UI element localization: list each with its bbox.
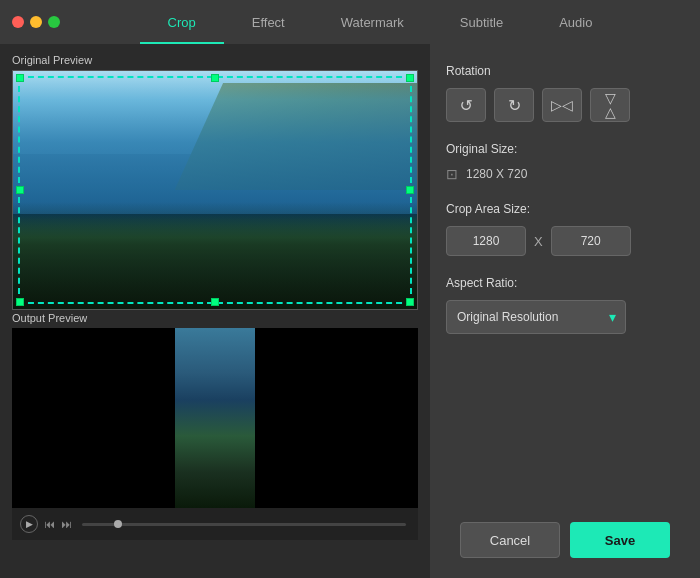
size-icon: ⊡ (446, 166, 458, 182)
original-size-section: Original Size: ⊡ 1280 X 720 (446, 142, 684, 182)
play-button[interactable]: ▶ (20, 515, 38, 533)
waves (13, 71, 417, 214)
bottom-buttons: Cancel Save (446, 522, 684, 558)
aspect-ratio-select[interactable]: Original Resolution 16:9 4:3 1:1 9:16 (446, 300, 626, 334)
rotate-ccw-button[interactable]: ↻ (446, 88, 486, 122)
original-size-value: 1280 X 720 (466, 167, 527, 181)
right-panel: Rotation ↻ ↻ ▷◁ ▽△ Original Size: ⊡ (430, 44, 700, 578)
aspect-ratio-wrapper: Original Resolution 16:9 4:3 1:1 9:16 ▾ (446, 300, 626, 334)
crop-inputs-group: X (446, 226, 684, 256)
playback-controls: ▶ ⏮ ⏭ (12, 508, 418, 540)
tab-audio[interactable]: Audio (531, 0, 620, 44)
crop-area-label: Crop Area Size: (446, 202, 684, 216)
close-button[interactable] (12, 16, 24, 28)
rocks (13, 202, 417, 309)
titlebar: Crop Effect Watermark Subtitle Audio (0, 0, 700, 44)
cancel-button[interactable]: Cancel (460, 522, 560, 558)
next-button[interactable]: ⏭ (61, 518, 72, 530)
progress-bar[interactable] (82, 523, 406, 526)
output-preview-image (12, 328, 418, 508)
original-size-display: ⊡ 1280 X 720 (446, 166, 684, 182)
crop-area-section: Crop Area Size: X (446, 202, 684, 256)
save-button[interactable]: Save (570, 522, 670, 558)
main-content: Original Preview (0, 44, 700, 578)
tab-effect[interactable]: Effect (224, 0, 313, 44)
aspect-ratio-section: Aspect Ratio: Original Resolution 16:9 4… (446, 276, 684, 334)
tab-crop[interactable]: Crop (140, 0, 224, 44)
prev-button[interactable]: ⏮ (44, 518, 55, 530)
ocean-scene (13, 71, 417, 309)
flip-horizontal-button[interactable]: ▷◁ (542, 88, 582, 122)
crop-height-input[interactable] (551, 226, 631, 256)
original-size-label: Original Size: (446, 142, 684, 156)
left-panel: Original Preview (0, 44, 430, 578)
output-preview-label: Output Preview (12, 312, 418, 324)
original-preview-section: Original Preview (12, 54, 418, 304)
crop-separator: X (534, 234, 543, 249)
traffic-lights (0, 16, 60, 28)
tab-bar: Crop Effect Watermark Subtitle Audio (60, 0, 700, 44)
original-preview-label: Original Preview (12, 54, 418, 66)
output-preview-section: Output Preview ▶ ⏮ ⏭ (12, 312, 418, 568)
crop-width-input[interactable] (446, 226, 526, 256)
original-preview-image (12, 70, 418, 310)
rotate-cw-button[interactable]: ↻ (494, 88, 534, 122)
rotation-section: Rotation ↻ ↻ ▷◁ ▽△ (446, 64, 684, 122)
tab-subtitle[interactable]: Subtitle (432, 0, 531, 44)
tab-watermark[interactable]: Watermark (313, 0, 432, 44)
minimize-button[interactable] (30, 16, 42, 28)
output-inner-video (175, 328, 255, 508)
rotation-label: Rotation (446, 64, 684, 78)
aspect-ratio-label: Aspect Ratio: (446, 276, 684, 290)
progress-indicator (114, 520, 122, 528)
rotation-buttons-group: ↻ ↻ ▷◁ ▽△ (446, 88, 684, 122)
maximize-button[interactable] (48, 16, 60, 28)
flip-vertical-button[interactable]: ▽△ (590, 88, 630, 122)
